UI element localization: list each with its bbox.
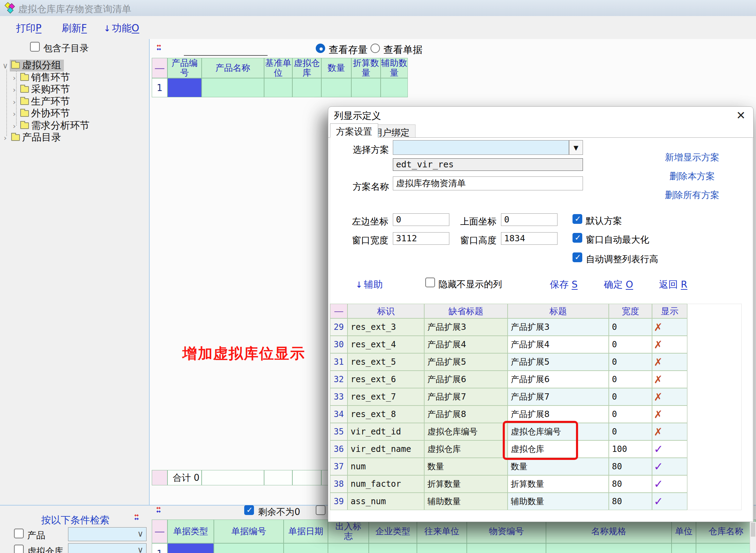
filter-warehouse-checkbox[interactable] — [14, 545, 24, 553]
dlg-cell-visible-toggle[interactable]: ✓ — [652, 440, 687, 458]
docs-column-header-仓库名称[interactable]: 仓库名称 — [696, 520, 756, 543]
close-icon[interactable]: ✕ — [736, 109, 746, 122]
dlg-cell-title[interactable]: 产品扩展3 — [508, 318, 609, 336]
tree-expand-icon[interactable]: › — [10, 85, 19, 94]
dlg-cell-width[interactable]: 0 — [609, 388, 652, 406]
dlg-cell-width[interactable]: 80 — [609, 475, 652, 493]
back-button[interactable]: 返回 R — [659, 278, 687, 291]
grid-column-header-虚拟仓库[interactable]: 虚拟仓库 — [292, 58, 321, 78]
grid-column-header-基准单位[interactable]: 基准单位 — [264, 58, 292, 78]
dlg-cell-visible-toggle[interactable]: ✗ — [652, 371, 687, 388]
dlg-cell-visible-toggle[interactable]: ✓ — [652, 493, 687, 510]
scrollbar-thumb[interactable] — [751, 523, 755, 537]
dlg-cell-width[interactable]: 100 — [609, 440, 652, 458]
tree-item-生产环节[interactable]: ›生产环节 — [10, 95, 73, 107]
auto-maximize-checkbox[interactable] — [572, 233, 582, 243]
dlg-cell-width[interactable]: 80 — [609, 493, 652, 510]
docs-column-header-单据类型[interactable]: 单据类型 — [167, 520, 214, 543]
dlg-cell-title[interactable]: 数量 — [508, 458, 609, 475]
docs-cell[interactable] — [417, 543, 467, 553]
splitter-swap-icon[interactable]: ↔↔ — [156, 506, 165, 514]
dlg-cell-visible-toggle[interactable]: ✗ — [652, 406, 687, 423]
scheme-combo-dropdown-button[interactable]: ▼ — [569, 140, 583, 155]
docs-column-header-往来单位[interactable]: 往来单位 — [417, 520, 467, 543]
delete-all-schemes-link[interactable]: 删除所有方案 — [665, 189, 719, 201]
grid-cell[interactable] — [351, 78, 381, 97]
left-coord-field[interactable]: 0 — [393, 213, 449, 226]
include-subdir-checkbox[interactable] — [30, 42, 40, 52]
splitter-swap-icon[interactable]: ↔↔ — [134, 514, 143, 521]
dlg-column-header-缺省标题[interactable]: 缺省标题 — [424, 304, 508, 318]
tree-item-产品目录[interactable]: ›产品目录 — [1, 131, 64, 143]
docs-column-header-单位[interactable]: 单位 — [672, 520, 696, 543]
dlg-cell-visible-toggle[interactable]: ✗ — [652, 318, 687, 336]
dlg-cell-title[interactable]: 折算数量 — [508, 475, 609, 493]
dlg-column-header-宽度[interactable]: 宽度 — [609, 304, 652, 318]
dlg-cell-width[interactable]: 0 — [609, 353, 652, 371]
dlg-cell-visible-toggle[interactable]: ✗ — [652, 388, 687, 406]
docs-selected-cell[interactable] — [167, 543, 214, 553]
view-docs-radio[interactable] — [370, 44, 380, 53]
grid-cell[interactable] — [321, 78, 351, 97]
tree-item-虚拟分组[interactable]: ∨虚拟分组 — [1, 59, 64, 70]
aux-button[interactable]: ↓辅助 — [355, 278, 383, 291]
win-height-field[interactable]: 1834 — [501, 232, 557, 245]
docs-column-header-物资编号[interactable]: 物资编号 — [467, 520, 546, 543]
add-scheme-link[interactable]: 新增显示方案 — [665, 151, 719, 164]
tree-item-外协环节[interactable]: ›外协环节 — [10, 107, 73, 119]
docs-column-header-名称规格[interactable]: 名称规格 — [546, 520, 672, 543]
default-scheme-checkbox[interactable] — [572, 214, 582, 224]
grid-cell[interactable] — [202, 78, 264, 97]
delete-scheme-link[interactable]: 删除本方案 — [669, 170, 715, 182]
dlg-cell-width[interactable]: 0 — [609, 406, 652, 423]
dlg-corner-header[interactable]: — — [330, 304, 347, 318]
filter-warehouse-combo[interactable]: ∨ — [68, 543, 147, 553]
dlg-cell-width[interactable]: 0 — [609, 423, 652, 440]
filter-input[interactable] — [184, 45, 268, 56]
dlg-cell-title[interactable]: 产品扩展6 — [508, 371, 609, 388]
dlg-cell-title[interactable]: 产品扩展7 — [508, 388, 609, 406]
auto-row-height-checkbox[interactable] — [572, 252, 582, 262]
docs-column-header-企业类型[interactable]: 企业类型 — [369, 520, 417, 543]
grid-cell[interactable] — [381, 78, 408, 97]
splitter-swap-icon[interactable]: ↔↔ — [157, 44, 165, 52]
docs-cell[interactable] — [214, 543, 284, 553]
grid-column-header-辅助数量[interactable]: 辅助数量 — [381, 58, 408, 78]
docs-cell[interactable] — [672, 543, 696, 553]
dlg-column-header-标题[interactable]: 标题 — [508, 304, 609, 318]
dlg-cell-title[interactable]: 辅助数量 — [508, 493, 609, 510]
docs-corner-header[interactable]: — — [152, 520, 167, 543]
docs-cell[interactable] — [546, 543, 672, 553]
docs-column-header-出入标志[interactable]: 出入标志 — [328, 520, 369, 543]
dlg-cell-visible-toggle[interactable]: ✗ — [652, 336, 687, 353]
grid-column-header-产品名称[interactable]: 产品名称 — [202, 58, 264, 78]
tree-expand-icon[interactable]: › — [10, 109, 19, 118]
grid-corner-header[interactable]: — — [152, 58, 167, 78]
tree-expand-icon[interactable]: › — [10, 122, 19, 130]
win-width-field[interactable]: 3112 — [393, 232, 449, 245]
docs-column-header-单据日期[interactable]: 单据日期 — [284, 520, 328, 543]
tree-expand-icon[interactable]: › — [10, 74, 19, 82]
filter-product-checkbox[interactable] — [14, 529, 24, 538]
hidden-option-checkbox[interactable] — [316, 505, 325, 515]
tree-item-需求分析环节[interactable]: ›需求分析环节 — [10, 119, 92, 131]
tab-scheme-settings[interactable]: 方案设置 — [330, 123, 378, 138]
dlg-column-header-标识[interactable]: 标识 — [347, 304, 424, 318]
dlg-cell-width[interactable]: 80 — [609, 458, 652, 475]
tree-expand-icon[interactable]: › — [1, 134, 10, 142]
ok-button[interactable]: 确定 O — [604, 278, 633, 291]
grid-column-header-数量[interactable]: 数量 — [321, 58, 351, 78]
refresh-button[interactable]: 刷新F — [62, 22, 87, 35]
scheme-name-field[interactable]: 虚拟库存物资清单 — [393, 176, 583, 190]
dlg-cell-width[interactable]: 0 — [609, 318, 652, 336]
save-button[interactable]: 保存 S — [550, 278, 578, 291]
tree-item-采购环节[interactable]: ›采购环节 — [10, 83, 73, 94]
top-coord-field[interactable]: 0 — [501, 213, 557, 226]
dlg-cell-width[interactable]: 0 — [609, 336, 652, 353]
filter-product-combo[interactable]: ∨ — [68, 527, 147, 541]
remaining-nonzero-checkbox[interactable] — [244, 505, 254, 515]
docs-column-header-单据编号[interactable]: 单据编号 — [214, 520, 284, 543]
docs-cell[interactable] — [696, 543, 756, 553]
vertical-scrollbar[interactable] — [750, 522, 756, 553]
scheme-select-combo[interactable] — [393, 140, 569, 155]
